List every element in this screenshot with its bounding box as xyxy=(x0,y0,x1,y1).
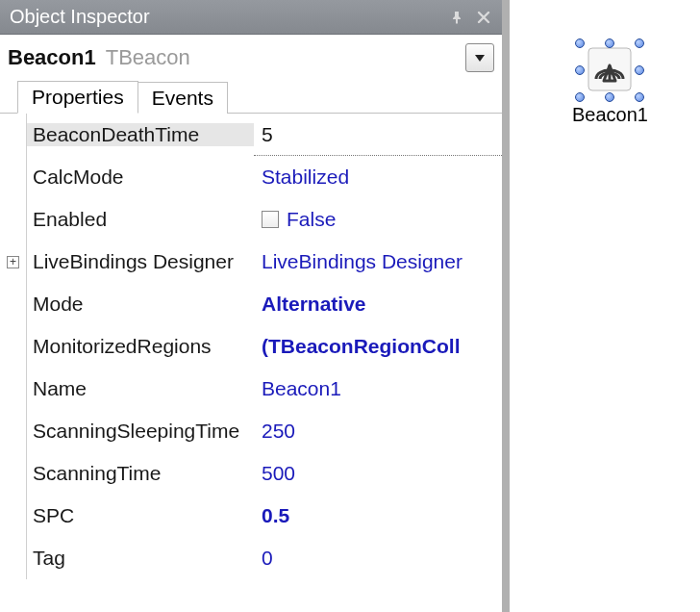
property-value[interactable]: 0 xyxy=(254,547,502,570)
property-label: Mode xyxy=(27,293,254,316)
property-row-name[interactable]: Name Beacon1 xyxy=(0,368,502,410)
resize-handle[interactable] xyxy=(575,65,585,75)
property-label: LiveBindings Designer xyxy=(27,250,254,273)
resize-handle[interactable] xyxy=(605,38,614,48)
property-label: Name xyxy=(27,377,254,400)
property-row-mode[interactable]: Mode Alternative xyxy=(0,283,502,325)
resize-handle[interactable] xyxy=(635,65,644,75)
property-value[interactable]: 0.5 xyxy=(254,504,502,527)
component-label: Beacon1 xyxy=(572,104,648,126)
property-row-scanningtime[interactable]: ScanningTime 500 xyxy=(0,452,502,495)
property-label: MonitorizedRegions xyxy=(27,335,254,358)
property-value[interactable]: LiveBindings Designer xyxy=(254,250,502,273)
tab-properties[interactable]: Properties xyxy=(17,81,138,114)
tab-events[interactable]: Events xyxy=(138,82,228,114)
object-selector-dropdown[interactable] xyxy=(465,43,494,72)
object-inspector-panel: Object Inspector Beacon1 TBeacon Propert… xyxy=(0,0,510,612)
property-row-enabled[interactable]: Enabled False xyxy=(0,198,502,241)
titlebar-title: Object Inspector xyxy=(10,6,150,28)
property-label: SPC xyxy=(27,504,254,527)
titlebar: Object Inspector xyxy=(0,0,502,35)
selected-object-name: Beacon1 xyxy=(8,45,96,70)
selected-object-type: TBeacon xyxy=(106,45,190,70)
property-row-monitorizedregions[interactable]: MonitorizedRegions (TBeaconRegionColl xyxy=(0,325,502,368)
checkbox-unchecked-icon[interactable] xyxy=(262,211,279,228)
property-row-scanningsleepingtime[interactable]: ScanningSleepingTime 250 xyxy=(0,410,502,452)
component-beacon1[interactable]: Beacon1 xyxy=(572,40,648,126)
property-value[interactable]: 500 xyxy=(254,462,502,485)
resize-handle[interactable] xyxy=(635,92,644,102)
beacon-component-icon xyxy=(577,40,642,100)
property-label: Enabled xyxy=(27,208,254,231)
property-label: CalcMode xyxy=(27,166,254,189)
property-grid: » BeaconDeathTime 5 CalcMode Stabilized … xyxy=(0,114,502,612)
object-selector[interactable]: Beacon1 TBeacon xyxy=(0,35,502,77)
property-value[interactable]: (TBeaconRegionColl xyxy=(254,335,502,358)
resize-handle[interactable] xyxy=(635,38,644,48)
tabs: Properties Events xyxy=(0,77,502,114)
pin-icon[interactable] xyxy=(448,9,465,26)
property-value[interactable]: Stabilized xyxy=(254,166,502,189)
property-label: ScanningSleepingTime xyxy=(27,420,254,443)
resize-handle[interactable] xyxy=(575,38,585,48)
property-value[interactable]: False xyxy=(254,208,502,231)
property-value[interactable]: Alternative xyxy=(254,293,502,316)
property-value[interactable]: Beacon1 xyxy=(254,377,502,400)
property-value-input[interactable]: 5 xyxy=(254,114,502,156)
form-designer[interactable]: Beacon1 xyxy=(510,0,700,612)
property-label: Tag xyxy=(27,547,254,570)
chevron-down-icon xyxy=(475,55,485,62)
expand-icon[interactable]: + xyxy=(7,256,19,268)
resize-handle[interactable] xyxy=(605,92,614,102)
resize-handle[interactable] xyxy=(575,92,585,102)
property-label: BeaconDeathTime xyxy=(27,123,254,146)
property-value-text: False xyxy=(287,208,336,231)
property-row-tag[interactable]: Tag 0 xyxy=(0,537,502,579)
property-value[interactable]: 250 xyxy=(254,420,502,443)
property-row-calcmode[interactable]: CalcMode Stabilized xyxy=(0,156,502,198)
property-row-beacondeathtime[interactable]: BeaconDeathTime 5 xyxy=(0,114,502,156)
property-row-livebindings[interactable]: + LiveBindings Designer LiveBindings Des… xyxy=(0,241,502,283)
close-icon[interactable] xyxy=(475,9,492,26)
property-row-spc[interactable]: SPC 0.5 xyxy=(0,495,502,537)
property-label: ScanningTime xyxy=(27,462,254,485)
